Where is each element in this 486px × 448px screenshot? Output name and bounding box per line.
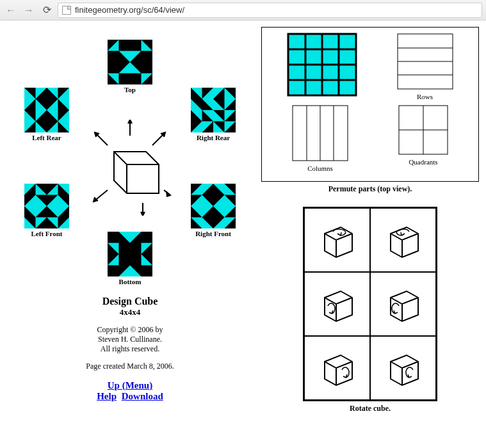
browser-toolbar: ← → ⟳ finitegeometry.org/sc/64/view/ [0,0,486,20]
nav-links: Up (Menu) Help Download [5,380,255,402]
permute-columns[interactable]: Columns [291,104,349,172]
face-top-label: Top [104,86,156,93]
cube-rotate-icon [315,218,360,262]
columns-grid-icon [291,104,349,162]
cube-rotate-icon [315,282,360,326]
face-right-rear[interactable]: Right Rear [188,88,239,141]
cells-grid-icon [287,33,357,97]
rotate-panel [303,207,437,401]
info-block: Design Cube 4x4x4 Copyright © 2006 by St… [5,296,255,402]
face-left-front[interactable]: Left Front [21,184,72,237]
face-top[interactable]: Top [104,40,156,93]
columns-label: Columns [291,164,349,172]
face-right-front-label: Right Front [188,230,239,237]
back-button[interactable]: ← [4,3,18,17]
pattern-left-front [24,184,69,228]
url-text: finitegeometry.org/sc/64/view/ [75,5,184,15]
face-right-rear-label: Right Rear [188,134,239,141]
face-bottom[interactable]: Bottom [104,232,156,285]
rotate-right-cw[interactable] [370,336,436,400]
face-left-front-label: Left Front [21,230,72,237]
page-title: Design Cube [5,296,255,307]
right-column: Rows Columns Quadrants [261,27,479,413]
page-icon [62,6,71,15]
pattern-top [108,40,152,84]
cube-faces-layout: Top Left Rear Right Rear [5,27,255,283]
rows-grid-icon [396,33,454,90]
quadrants-label: Quadrants [398,158,449,166]
cube-rotate-icon [381,218,426,262]
permute-cells[interactable] [287,33,357,100]
face-bottom-label: Bottom [104,278,156,285]
quadrants-grid-icon [398,104,449,156]
cube-rotate-icon [381,346,426,390]
center-wireframe-cube-icon [88,120,172,216]
reload-button[interactable]: ⟳ [40,3,54,17]
permute-panel: Rows Columns Quadrants [261,27,479,182]
pattern-bottom [108,232,152,276]
permute-quadrants[interactable]: Quadrants [398,104,449,172]
copyright: Copyright © 2006 by Steven H. Cullinane.… [5,325,255,354]
page-content: Top Left Rear Right Rear [0,20,486,420]
pattern-right-rear [191,88,236,132]
link-download[interactable]: Download [122,391,163,402]
pattern-right-front [191,184,236,228]
link-help[interactable]: Help [97,391,117,402]
permute-caption: Permute parts (top view). [261,184,479,194]
page-subtitle: 4x4x4 [5,307,255,317]
pattern-left-rear [24,88,69,132]
face-right-front[interactable]: Right Front [188,184,239,237]
face-left-rear[interactable]: Left Rear [21,88,72,141]
rotate-right-ccw[interactable] [304,336,370,400]
cube-rotate-icon [381,282,426,326]
rotate-caption: Rotate cube. [261,404,479,413]
forward-button[interactable]: → [22,3,36,17]
left-column: Top Left Rear Right Rear [5,27,255,413]
cube-rotate-icon [315,346,360,390]
rows-label: Rows [396,93,454,100]
rotate-top-ccw[interactable] [304,208,370,272]
rotate-left-cw[interactable] [370,272,436,336]
rotate-top-cw[interactable] [370,208,436,272]
link-up-menu[interactable]: Up (Menu) [108,380,152,391]
face-left-rear-label: Left Rear [21,134,72,141]
page-date: Page created March 8, 2006. [5,362,255,371]
address-bar[interactable]: finitegeometry.org/sc/64/view/ [58,3,482,18]
permute-rows[interactable]: Rows [396,33,454,100]
rotate-left-ccw[interactable] [304,272,370,336]
